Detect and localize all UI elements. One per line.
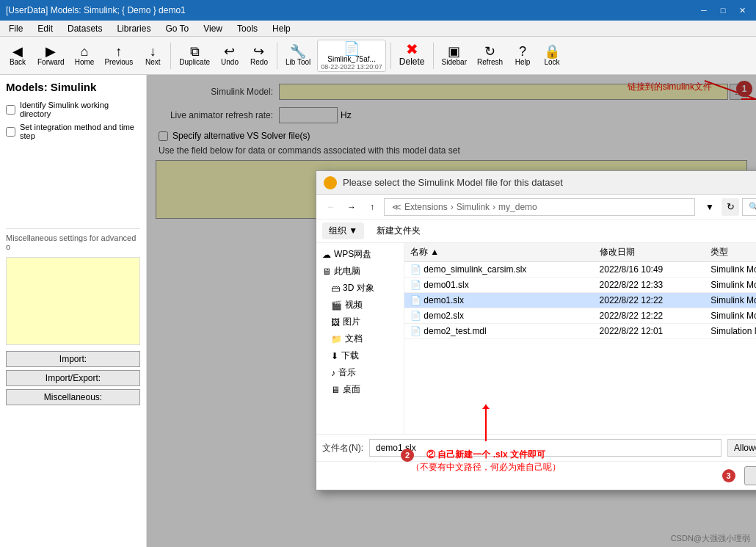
libtool-button[interactable]: 🔧 Lib Tool bbox=[282, 40, 314, 72]
undo-icon: ↩ bbox=[224, 45, 235, 58]
duplicate-button[interactable]: ⧉ Duplicate bbox=[175, 40, 214, 72]
table-row[interactable]: 📄 demo2.slx 2022/8/22 12:22 Simulink Mod… bbox=[404, 308, 756, 324]
col-date[interactable]: 修改日期 bbox=[594, 243, 705, 262]
undo-label: Undo bbox=[221, 58, 239, 66]
nav-back-button[interactable]: ← bbox=[322, 198, 340, 216]
next-button[interactable]: ↓ Next bbox=[139, 40, 166, 72]
address-path[interactable]: ≪ Extensions › Simulink › my_demo bbox=[384, 198, 695, 216]
dialog-overlay[interactable]: Please select the Simulink Model file fo… bbox=[147, 75, 756, 547]
nav-item-wps[interactable]: ☁ WPS网盘 bbox=[319, 246, 401, 263]
nav-item-computer[interactable]: 🖥 此电脑 bbox=[319, 263, 401, 280]
nav-forward-button[interactable]: → bbox=[343, 198, 360, 216]
table-row[interactable]: 📄 demo2_test.mdl 2022/8/22 12:01 Simulat… bbox=[404, 324, 756, 339]
close-button[interactable]: ✕ bbox=[734, 4, 750, 17]
forward-icon: ▶ bbox=[46, 45, 56, 58]
import-button[interactable]: Import: bbox=[6, 351, 140, 367]
cell-type: Simulation Model bbox=[705, 324, 756, 339]
refresh-button[interactable]: ↻ Refresh bbox=[473, 40, 506, 72]
cell-date: 2022/8/16 10:49 bbox=[594, 262, 705, 278]
music-icon: ♪ bbox=[331, 368, 335, 378]
cell-name: 📄 demo2.slx bbox=[404, 308, 594, 324]
maximize-button[interactable]: □ bbox=[715, 4, 731, 17]
miscellaneous-section: Miscellaneous: bbox=[6, 389, 140, 405]
file-dialog: Please select the Simulink Model file fo… bbox=[316, 170, 756, 490]
minimize-button[interactable]: ─ bbox=[696, 4, 712, 17]
title-bar-controls: ─ □ ✕ bbox=[696, 4, 750, 17]
addr-sep1: Extensions bbox=[404, 202, 448, 212]
open-button[interactable]: 打开(O) bbox=[744, 466, 756, 485]
file-icon: 📄 bbox=[410, 295, 421, 305]
cell-name: 📄 demo2_test.mdl bbox=[404, 324, 594, 339]
set-integration-checkbox[interactable] bbox=[6, 127, 15, 137]
menu-bar: File Edit Datasets Libraries Go To View … bbox=[0, 21, 756, 37]
lock-label: Lock bbox=[544, 58, 559, 66]
filename-input[interactable] bbox=[369, 439, 722, 457]
previous-label: Previous bbox=[104, 58, 133, 66]
addr-sep3: Simulink bbox=[457, 202, 490, 212]
addr-refresh-button[interactable]: ↻ bbox=[722, 198, 739, 216]
app-window: [UserData] Models: Simulink; { Demo } de… bbox=[0, 0, 756, 547]
menu-goto[interactable]: Go To bbox=[162, 23, 192, 35]
duplicate-label: Duplicate bbox=[179, 58, 210, 66]
redo-button[interactable]: ↪ Redo bbox=[246, 40, 272, 72]
nav-up-button[interactable]: ↑ bbox=[363, 198, 381, 216]
identify-checkbox[interactable] bbox=[6, 105, 15, 115]
menu-datasets[interactable]: Datasets bbox=[65, 23, 105, 35]
downloads-icon: ⬇ bbox=[331, 351, 338, 361]
menu-libraries[interactable]: Libraries bbox=[114, 23, 153, 35]
parsfile-name: Simlink_75af... bbox=[327, 55, 376, 63]
next-icon: ↓ bbox=[150, 45, 156, 58]
undo-button[interactable]: ↩ Undo bbox=[217, 40, 243, 72]
organize-button[interactable]: 组织 ▼ bbox=[322, 222, 364, 239]
downloads-label: 下载 bbox=[341, 349, 359, 362]
col-type[interactable]: 类型 bbox=[705, 243, 756, 262]
table-row[interactable]: 📄 demo01.slx 2022/8/22 12:33 Simulink Mo… bbox=[404, 278, 756, 293]
back-button[interactable]: ◀ Back bbox=[4, 40, 31, 72]
nav-item-pictures[interactable]: 🖼 图片 bbox=[319, 314, 401, 330]
refresh-icon: ↻ bbox=[484, 45, 495, 58]
menu-tools[interactable]: Tools bbox=[234, 23, 261, 35]
forward-button[interactable]: ▶ Forward bbox=[34, 40, 68, 72]
nav-item-downloads[interactable]: ⬇ 下载 bbox=[319, 347, 401, 364]
addr-sep4: › bbox=[493, 202, 495, 212]
parsfile-button[interactable]: 📄 Simlink_75af... 08-22-2022 13:20:07 bbox=[317, 40, 386, 72]
pictures-icon: 🖼 bbox=[331, 317, 340, 327]
next-label: Next bbox=[145, 58, 161, 66]
lock-button[interactable]: 🔒 Lock bbox=[539, 40, 565, 72]
nav-item-documents[interactable]: 📁 文档 bbox=[319, 330, 401, 347]
search-box[interactable]: 🔍 在 my_demo 中搜索 bbox=[742, 198, 756, 216]
previous-button[interactable]: ↑ Previous bbox=[101, 40, 137, 72]
watermark: CSDN@大强强小理弱 bbox=[671, 533, 750, 544]
delete-button[interactable]: ✖ Delete bbox=[396, 40, 429, 72]
yellow-left-area bbox=[6, 257, 140, 345]
search-icon: 🔍 bbox=[749, 202, 756, 211]
cell-name: 📄 demo_simulink_carsim.slx bbox=[404, 262, 594, 278]
nav-item-video[interactable]: 🎬 视频 bbox=[319, 297, 401, 314]
help-button[interactable]: ? Help bbox=[509, 40, 536, 72]
filetype-select[interactable]: Allowed files (*.mdl;*.slx) bbox=[727, 439, 756, 457]
back-label: Back bbox=[10, 58, 26, 66]
table-row[interactable]: 📄 demo1.slx 2022/8/22 12:22 Simulink Mod… bbox=[404, 293, 756, 308]
nav-item-music[interactable]: ♪ 音乐 bbox=[319, 364, 401, 381]
dialog-title-bar: Please select the Simulink Model file fo… bbox=[316, 171, 756, 195]
menu-file[interactable]: File bbox=[6, 23, 26, 35]
cell-type: Simulink Model bbox=[705, 308, 756, 324]
menu-view[interactable]: View bbox=[200, 23, 225, 35]
badge3: 3 bbox=[722, 469, 735, 482]
nav-item-3d[interactable]: 🗃 3D 对象 bbox=[319, 280, 401, 297]
title-bar-text: [UserData] Models: Simulink; { Demo } de… bbox=[6, 5, 186, 15]
miscellaneous-button[interactable]: Miscellaneous: bbox=[6, 389, 140, 405]
new-folder-button[interactable]: 新建文件夹 bbox=[370, 222, 427, 239]
table-row[interactable]: 📄 demo_simulink_carsim.slx 2022/8/16 10:… bbox=[404, 262, 756, 278]
menu-help[interactable]: Help bbox=[269, 23, 294, 35]
menu-edit[interactable]: Edit bbox=[34, 23, 56, 35]
nav-item-desktop[interactable]: 🖥 桌面 bbox=[319, 381, 401, 398]
sidebar-button[interactable]: ▣ Sidebar bbox=[438, 40, 470, 72]
title-bar: [UserData] Models: Simulink; { Demo } de… bbox=[0, 0, 756, 21]
computer-icon: 🖥 bbox=[322, 267, 331, 277]
col-name[interactable]: 名称 ▲ bbox=[404, 243, 594, 262]
home-label: Home bbox=[75, 58, 95, 66]
addr-dropdown-button[interactable]: ▼ bbox=[701, 198, 719, 216]
import-export-button[interactable]: Import/Export: bbox=[6, 370, 140, 386]
home-button[interactable]: ⌂ Home bbox=[71, 40, 98, 72]
